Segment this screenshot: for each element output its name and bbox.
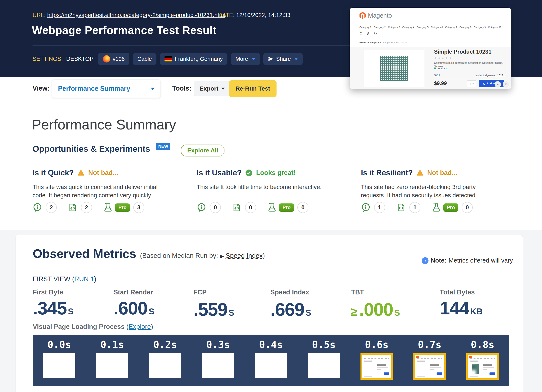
code-count-badge[interactable]: 2	[81, 202, 92, 213]
cart-icon	[374, 32, 377, 36]
metric-prefix: ≥	[351, 305, 358, 318]
frame-thumbnail[interactable]	[96, 353, 128, 378]
preview-nav-item: Category 2	[374, 26, 385, 28]
metric-label[interactable]: TBT	[351, 289, 364, 297]
info-bubble-icon[interactable]	[361, 203, 371, 212]
quick-column: Is it Quick? Not bad... This site was qu…	[33, 168, 168, 199]
url-label: URL:	[33, 12, 46, 18]
info-count-badge[interactable]: 2	[46, 202, 57, 213]
chevron-down-icon	[251, 58, 255, 60]
experiment-flask-icon[interactable]	[267, 203, 277, 212]
filmstrip-frame: 0.2s	[139, 335, 191, 386]
info-count-badge[interactable]: 1	[374, 202, 385, 213]
opportunities-heading: Opportunities & Experiments	[33, 144, 150, 154]
frame-thumbnail[interactable]	[466, 353, 499, 380]
pro-badge: Pro	[115, 203, 130, 212]
code-count-badge[interactable]: 0	[245, 202, 256, 213]
median-run-prefix: (Based on Median Run by:	[140, 252, 218, 259]
product-image-panel	[364, 50, 424, 87]
filmstrip-title-row: Visual Page Loading Process (Explore)	[33, 323, 153, 331]
metric-value: .600	[114, 300, 147, 316]
filmstrip-title: Visual Page Loading Process	[33, 323, 125, 330]
explore-link[interactable]: Explore	[129, 323, 151, 330]
filmstrip-frame: 0.5s	[297, 335, 350, 386]
test-date-value: 12/10/2022, 14:12:33	[236, 12, 290, 18]
frame-time: 0.1s	[100, 339, 124, 350]
frame-thumbnail[interactable]	[308, 353, 340, 378]
usable-status: Looks great!	[256, 169, 296, 177]
metric-first-byte: First Byte .345S	[33, 289, 74, 316]
code-file-icon[interactable]	[232, 203, 242, 212]
view-select[interactable]: Performance Summary	[52, 80, 161, 98]
page-title: Webpage Performance Test Result	[32, 24, 217, 37]
experiment-count-badge[interactable]: 0	[462, 202, 473, 213]
quick-status: Not bad...	[88, 169, 118, 177]
share-icon	[268, 56, 274, 62]
export-button[interactable]: Export	[194, 81, 231, 96]
search-icon	[359, 32, 363, 36]
preview-nav-item: Category 8	[460, 26, 472, 28]
location-value: Frankfurt, Germany	[175, 56, 222, 62]
share-button[interactable]: Share	[263, 53, 303, 65]
page-preview-thumbnail[interactable]: Magento Category 1 Category 2 Category 3…	[350, 8, 511, 89]
metric-unit: KB	[470, 307, 483, 316]
metric-label[interactable]: FCP	[193, 289, 207, 297]
browser-pill[interactable]: v106	[98, 53, 129, 65]
more-label: More	[235, 56, 248, 62]
metric-value: .345	[33, 300, 66, 316]
opportunities-header: Opportunities & Experiments NEW Explore …	[33, 144, 224, 157]
preview-nav: Category 1 Category 2 Category 3 Categor…	[359, 26, 501, 28]
frame-time: 0.3s	[206, 339, 230, 350]
frame-thumbnail[interactable]	[255, 353, 287, 378]
metric-value: .000	[359, 301, 393, 318]
speed-index-link[interactable]: Speed Index	[226, 252, 263, 259]
date-label: DATE:	[218, 12, 235, 18]
tested-url-link[interactable]: https://m2hyvaperftest.eltrino.io/catego…	[47, 12, 225, 18]
experiment-flask-icon[interactable]	[432, 203, 441, 212]
info-count-badge[interactable]: 0	[210, 202, 221, 213]
frame-thumbnail[interactable]	[202, 353, 234, 378]
metric-label[interactable]: Speed Index	[270, 289, 309, 297]
more-button[interactable]: More	[231, 53, 260, 65]
rerun-test-button[interactable]: Re-Run Test	[229, 80, 276, 97]
info-bubble-icon[interactable]	[197, 203, 206, 212]
note-text: Metrics offered will vary	[449, 257, 513, 264]
experiment-flask-icon[interactable]	[103, 203, 113, 212]
germany-flag-icon	[164, 56, 172, 61]
preview-nav-item: Category 10	[488, 26, 501, 28]
code-file-icon[interactable]	[396, 203, 406, 212]
account-icon	[366, 32, 370, 36]
experiment-count-badge[interactable]: 0	[297, 202, 309, 213]
chevron-down-icon	[294, 58, 298, 60]
code-count-badge[interactable]: 1	[409, 202, 420, 213]
filmstrip-frame: 0.0s	[33, 335, 86, 386]
frame-thumbnail[interactable]	[43, 353, 75, 378]
preview-breadcrumb: Home / Category 2 / Simple Product 10231	[359, 41, 407, 44]
run-1-link[interactable]: RUN 1	[74, 275, 94, 283]
sku-row: SKU product_dynamic_10231	[434, 72, 505, 79]
resilient-title: Is it Resilient?	[361, 168, 413, 177]
metric-value: .559	[193, 301, 227, 318]
settings-row: SETTINGS: DESKTOP v106 Cable Frankfurt, …	[33, 53, 303, 65]
usable-column: Is it Usable? Looks great! This site It …	[197, 168, 333, 191]
preview-product-area: Simple Product 10231 ★★★★★ Consumers bui…	[350, 47, 511, 89]
metric-total-bytes: Total Bytes 144KB	[440, 289, 482, 316]
code-file-icon[interactable]	[68, 203, 78, 212]
experiment-count-badge[interactable]: 3	[133, 202, 144, 213]
metrics-note[interactable]: i Note: Metrics offered will vary	[422, 257, 513, 265]
connection-pill[interactable]: Cable	[133, 53, 157, 65]
chevron-down-icon	[151, 87, 155, 90]
frame-thumbnail[interactable]	[413, 353, 446, 380]
product-price: $9.99	[434, 80, 447, 86]
info-bubble-icon[interactable]	[33, 203, 42, 212]
frame-thumbnail[interactable]	[149, 353, 181, 378]
view-select-value: Performance Summary	[58, 85, 130, 93]
location-pill[interactable]: Frankfurt, Germany	[160, 53, 227, 65]
frame-thumbnail[interactable]	[360, 353, 393, 380]
preview-divider	[350, 39, 511, 39]
cart-icon	[482, 82, 485, 85]
in-stock-dot	[434, 67, 436, 69]
chevron-down-icon	[222, 87, 225, 90]
metric-unit: S	[68, 307, 74, 316]
explore-all-button[interactable]: Explore All	[181, 145, 224, 157]
